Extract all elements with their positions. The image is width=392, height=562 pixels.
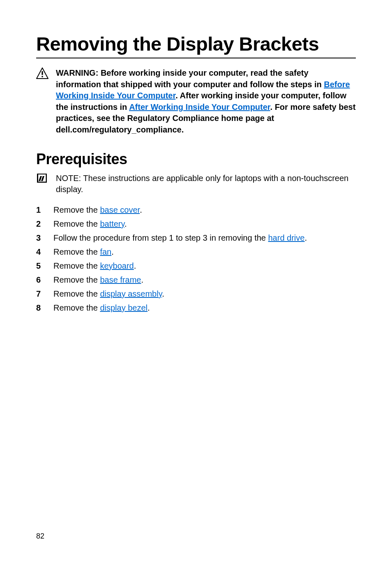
step-number: 3 <box>36 231 44 245</box>
step-body: Remove the base cover. <box>53 203 356 217</box>
list-item: 6 Remove the base frame. <box>36 273 356 287</box>
step-body: Remove the display bezel. <box>53 301 356 315</box>
link-battery[interactable]: battery <box>100 219 125 228</box>
step-number: 6 <box>36 273 44 287</box>
step-pre: Remove the <box>53 275 100 284</box>
link-base-cover[interactable]: base cover <box>100 205 140 214</box>
step-number: 5 <box>36 259 44 273</box>
step-body: Follow the procedure from step 1 to step… <box>53 231 356 245</box>
list-item: 4 Remove the fan. <box>36 245 356 259</box>
page-number: 82 <box>36 532 44 541</box>
svg-rect-1 <box>42 71 43 75</box>
icon-column <box>36 67 50 79</box>
link-display-bezel[interactable]: display bezel <box>100 303 148 312</box>
note-label: NOTE: <box>56 174 81 183</box>
warning-prefix: WARNING: Before working inside your comp… <box>56 68 324 89</box>
note-pencil-icon <box>36 173 48 183</box>
link-keyboard[interactable]: keyboard <box>100 261 134 270</box>
section-heading-prerequisites: Prerequisites <box>36 151 356 168</box>
step-post: . <box>125 219 127 228</box>
link-base-frame[interactable]: base frame <box>100 275 141 284</box>
step-number: 4 <box>36 245 44 259</box>
link-display-assembly[interactable]: display assembly <box>100 289 162 298</box>
list-item: 5 Remove the keyboard. <box>36 259 356 273</box>
icon-column <box>36 173 50 183</box>
prerequisite-steps-list: 1 Remove the base cover. 2 Remove the ba… <box>36 203 356 315</box>
step-post: . <box>304 233 307 242</box>
step-number: 8 <box>36 301 44 315</box>
warning-triangle-icon <box>36 67 48 79</box>
page-title: Removing the Display Brackets <box>36 33 356 58</box>
link-fan[interactable]: fan <box>100 247 111 256</box>
list-item: 8 Remove the display bezel. <box>36 301 356 315</box>
step-body: Remove the keyboard. <box>53 259 356 273</box>
note-text: NOTE: These instructions are applicable … <box>56 173 356 195</box>
link-after-working-inside[interactable]: After Working Inside Your Computer <box>129 102 270 111</box>
step-post: . <box>141 275 143 284</box>
step-post: . <box>134 261 136 270</box>
step-number: 7 <box>36 287 44 301</box>
step-number: 1 <box>36 203 44 217</box>
page-container: Removing the Display Brackets WARNING: B… <box>0 0 392 562</box>
note-body: These instructions are applicable only f… <box>56 174 348 194</box>
step-pre: Remove the <box>53 205 100 214</box>
step-post: . <box>162 289 164 298</box>
note-block: NOTE: These instructions are applicable … <box>36 173 356 195</box>
step-body: Remove the fan. <box>53 245 356 259</box>
step-pre: Remove the <box>53 219 100 228</box>
list-item: 1 Remove the base cover. <box>36 203 356 217</box>
step-pre: Remove the <box>53 289 100 298</box>
step-pre: Remove the <box>53 247 100 256</box>
step-pre: Remove the <box>53 261 100 270</box>
list-item: 7 Remove the display assembly. <box>36 287 356 301</box>
step-post: . <box>148 303 150 312</box>
warning-text: WARNING: Before working inside your comp… <box>56 67 356 136</box>
step-post: . <box>111 247 114 256</box>
step-pre: Remove the <box>53 303 100 312</box>
step-post: . <box>140 205 142 214</box>
step-body: Remove the base frame. <box>53 273 356 287</box>
step-body: Remove the display assembly. <box>53 287 356 301</box>
warning-block: WARNING: Before working inside your comp… <box>36 67 356 136</box>
step-body: Remove the battery. <box>53 217 356 231</box>
list-item: 3 Follow the procedure from step 1 to st… <box>36 231 356 245</box>
list-item: 2 Remove the battery. <box>36 217 356 231</box>
svg-rect-2 <box>42 76 43 77</box>
link-hard-drive[interactable]: hard drive <box>268 233 305 242</box>
step-number: 2 <box>36 217 44 231</box>
step-pre: Follow the procedure from step 1 to step… <box>53 233 268 242</box>
